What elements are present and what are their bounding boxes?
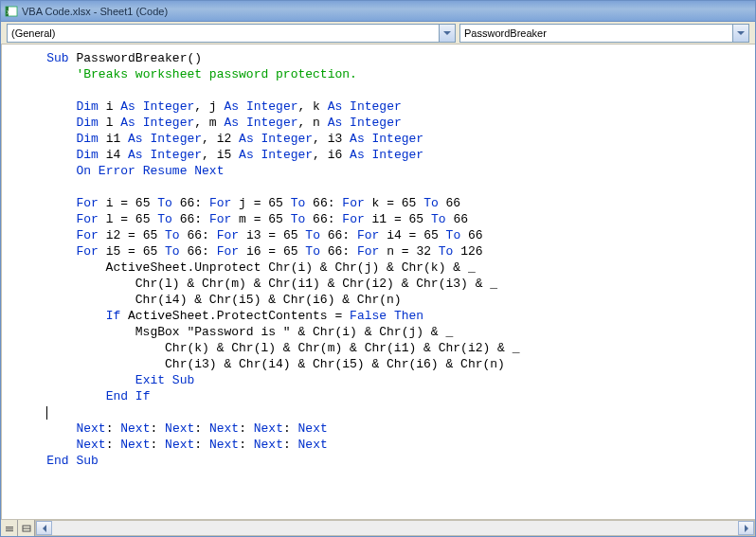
code-container: Sub PasswordBreaker() 'Breaks worksheet … (1, 45, 755, 536)
object-combo-label: (General) (11, 27, 55, 39)
object-combo[interactable]: (General) (7, 24, 456, 43)
scroll-left-button[interactable] (36, 521, 52, 535)
svg-rect-3 (6, 527, 13, 528)
svg-rect-4 (6, 528, 13, 529)
svg-rect-5 (6, 530, 13, 531)
procedure-combo[interactable]: PasswordBreaker (459, 24, 749, 43)
chevron-down-icon[interactable] (439, 25, 455, 42)
dropdown-row: (General) PasswordBreaker (1, 22, 755, 45)
procedure-view-button[interactable] (1, 520, 18, 536)
chevron-down-icon[interactable] (732, 25, 748, 42)
code-editor[interactable]: Sub PasswordBreaker() 'Breaks worksheet … (1, 45, 755, 519)
full-module-view-button[interactable] (18, 520, 35, 536)
procedure-combo-label: PasswordBreaker (464, 27, 547, 39)
scroll-right-button[interactable] (738, 521, 754, 535)
horizontal-scrollbar[interactable] (35, 520, 755, 536)
title-bar[interactable]: X VBA Code.xlsx - Sheet1 (Code) (1, 1, 755, 22)
excel-vba-icon: X (5, 5, 18, 18)
svg-text:X: X (7, 9, 10, 15)
bottom-bar (1, 519, 755, 536)
code-window: X VBA Code.xlsx - Sheet1 (Code) (General… (0, 0, 756, 537)
window-title: VBA Code.xlsx - Sheet1 (Code) (22, 6, 168, 17)
